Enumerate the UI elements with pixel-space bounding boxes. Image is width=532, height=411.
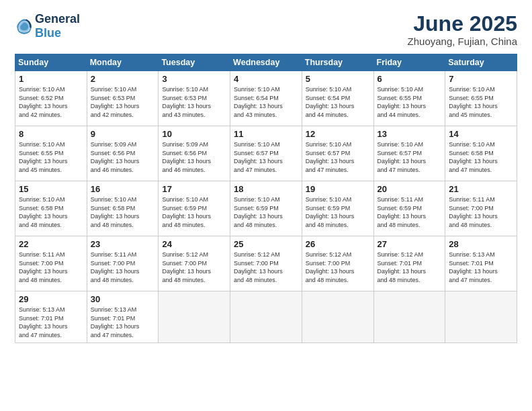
day-cell: 13 Sunrise: 5:10 AMSunset: 6:57 PMDaylig… (373, 126, 445, 181)
day-number: 4 (234, 74, 298, 84)
day-number: 1 (19, 74, 83, 84)
day-info: Sunrise: 5:10 AMSunset: 6:59 PMDaylight:… (306, 195, 370, 229)
day-cell: 22 Sunrise: 5:11 AMSunset: 7:00 PMDaylig… (15, 236, 87, 291)
day-info: Sunrise: 5:12 AMSunset: 7:00 PMDaylight:… (162, 250, 226, 284)
day-info: Sunrise: 5:10 AMSunset: 6:54 PMDaylight:… (306, 85, 370, 119)
day-cell: 28 Sunrise: 5:13 AMSunset: 7:01 PMDaylig… (445, 236, 517, 291)
page: General Blue June 2025 Zhuoyang, Fujian,… (0, 0, 532, 411)
month-title: June 2025 (408, 12, 517, 36)
day-number: 11 (234, 129, 298, 139)
day-cell: 3 Sunrise: 5:10 AMSunset: 6:53 PMDayligh… (159, 71, 230, 126)
day-cell: 7 Sunrise: 5:10 AMSunset: 6:55 PMDayligh… (445, 71, 517, 126)
calendar-row: 15 Sunrise: 5:10 AMSunset: 6:58 PMDaylig… (15, 181, 517, 236)
day-cell: 25 Sunrise: 5:12 AMSunset: 7:00 PMDaylig… (230, 236, 302, 291)
day-info: Sunrise: 5:10 AMSunset: 6:55 PMDaylight:… (19, 140, 83, 174)
col-monday: Monday (87, 54, 159, 71)
header: General Blue June 2025 Zhuoyang, Fujian,… (15, 12, 517, 47)
day-cell: 14 Sunrise: 5:10 AMSunset: 6:58 PMDaylig… (445, 126, 517, 181)
day-number: 20 (378, 184, 442, 194)
day-number: 29 (19, 294, 83, 304)
col-saturday: Saturday (445, 54, 517, 71)
day-cell: 23 Sunrise: 5:11 AMSunset: 7:00 PMDaylig… (87, 236, 159, 291)
day-info: Sunrise: 5:10 AMSunset: 6:54 PMDaylight:… (234, 85, 298, 119)
day-number: 28 (449, 239, 513, 249)
day-info: Sunrise: 5:09 AMSunset: 6:56 PMDaylight:… (162, 140, 226, 174)
empty-cell (159, 291, 230, 342)
subtitle: Zhuoyang, Fujian, China (408, 36, 517, 47)
calendar-row: 1 Sunrise: 5:10 AMSunset: 6:52 PMDayligh… (15, 71, 517, 126)
day-info: Sunrise: 5:10 AMSunset: 6:57 PMDaylight:… (306, 140, 370, 174)
day-number: 30 (91, 294, 155, 304)
day-cell: 10 Sunrise: 5:09 AMSunset: 6:56 PMDaylig… (159, 126, 230, 181)
col-friday: Friday (373, 54, 445, 71)
day-cell: 17 Sunrise: 5:10 AMSunset: 6:59 PMDaylig… (159, 181, 230, 236)
col-sunday: Sunday (15, 54, 87, 71)
day-number: 14 (449, 129, 513, 139)
day-cell: 4 Sunrise: 5:10 AMSunset: 6:54 PMDayligh… (230, 71, 302, 126)
day-cell: 9 Sunrise: 5:09 AMSunset: 6:56 PMDayligh… (87, 126, 159, 181)
day-cell: 18 Sunrise: 5:10 AMSunset: 6:59 PMDaylig… (230, 181, 302, 236)
day-info: Sunrise: 5:09 AMSunset: 6:56 PMDaylight:… (91, 140, 155, 174)
day-cell: 12 Sunrise: 5:10 AMSunset: 6:57 PMDaylig… (302, 126, 373, 181)
day-number: 19 (306, 184, 370, 194)
day-cell: 24 Sunrise: 5:12 AMSunset: 7:00 PMDaylig… (159, 236, 230, 291)
day-cell: 19 Sunrise: 5:10 AMSunset: 6:59 PMDaylig… (302, 181, 373, 236)
day-number: 7 (449, 74, 513, 84)
calendar-table: Sunday Monday Tuesday Wednesday Thursday… (15, 54, 517, 342)
empty-cell (230, 291, 302, 342)
day-number: 21 (449, 184, 513, 194)
empty-cell (445, 291, 517, 342)
empty-cell (373, 291, 445, 342)
day-info: Sunrise: 5:10 AMSunset: 6:53 PMDaylight:… (162, 85, 226, 119)
day-info: Sunrise: 5:10 AMSunset: 6:58 PMDaylight:… (19, 195, 83, 229)
day-info: Sunrise: 5:11 AMSunset: 7:00 PMDaylight:… (91, 250, 155, 284)
day-number: 9 (91, 129, 155, 139)
day-number: 10 (162, 129, 226, 139)
col-wednesday: Wednesday (230, 54, 302, 71)
day-number: 25 (234, 239, 298, 249)
day-info: Sunrise: 5:10 AMSunset: 6:59 PMDaylight:… (162, 195, 226, 229)
day-info: Sunrise: 5:13 AMSunset: 7:01 PMDaylight:… (91, 306, 155, 339)
day-number: 23 (91, 239, 155, 249)
day-cell: 15 Sunrise: 5:10 AMSunset: 6:58 PMDaylig… (15, 181, 87, 236)
day-cell: 16 Sunrise: 5:10 AMSunset: 6:58 PMDaylig… (87, 181, 159, 236)
day-info: Sunrise: 5:10 AMSunset: 6:58 PMDaylight:… (91, 195, 155, 229)
day-cell: 27 Sunrise: 5:12 AMSunset: 7:01 PMDaylig… (373, 236, 445, 291)
calendar-row: 8 Sunrise: 5:10 AMSunset: 6:55 PMDayligh… (15, 126, 517, 181)
day-info: Sunrise: 5:10 AMSunset: 6:55 PMDaylight:… (449, 85, 513, 119)
day-number: 24 (162, 239, 226, 249)
day-cell: 5 Sunrise: 5:10 AMSunset: 6:54 PMDayligh… (302, 71, 373, 126)
col-tuesday: Tuesday (159, 54, 230, 71)
day-cell: 29 Sunrise: 5:13 AMSunset: 7:01 PMDaylig… (15, 291, 87, 342)
day-info: Sunrise: 5:10 AMSunset: 6:58 PMDaylight:… (449, 140, 513, 174)
day-info: Sunrise: 5:11 AMSunset: 6:59 PMDaylight:… (378, 195, 442, 229)
day-info: Sunrise: 5:13 AMSunset: 7:01 PMDaylight:… (19, 306, 83, 339)
empty-cell (302, 291, 373, 342)
day-info: Sunrise: 5:10 AMSunset: 6:59 PMDaylight:… (234, 195, 298, 229)
day-info: Sunrise: 5:11 AMSunset: 7:00 PMDaylight:… (449, 195, 513, 229)
day-number: 27 (378, 239, 442, 249)
calendar-row: 22 Sunrise: 5:11 AMSunset: 7:00 PMDaylig… (15, 236, 517, 291)
title-block: June 2025 Zhuoyang, Fujian, China (408, 12, 517, 47)
day-info: Sunrise: 5:13 AMSunset: 7:01 PMDaylight:… (449, 250, 513, 284)
day-number: 6 (378, 74, 442, 84)
day-number: 26 (306, 239, 370, 249)
day-cell: 26 Sunrise: 5:12 AMSunset: 7:00 PMDaylig… (302, 236, 373, 291)
day-cell: 30 Sunrise: 5:13 AMSunset: 7:01 PMDaylig… (87, 291, 159, 342)
day-number: 18 (234, 184, 298, 194)
day-cell: 6 Sunrise: 5:10 AMSunset: 6:55 PMDayligh… (373, 71, 445, 126)
logo-icon (15, 17, 34, 36)
day-info: Sunrise: 5:10 AMSunset: 6:57 PMDaylight:… (378, 140, 442, 174)
day-number: 12 (306, 129, 370, 139)
day-cell: 20 Sunrise: 5:11 AMSunset: 6:59 PMDaylig… (373, 181, 445, 236)
day-number: 5 (306, 74, 370, 84)
day-info: Sunrise: 5:12 AMSunset: 7:01 PMDaylight:… (378, 250, 442, 284)
day-number: 15 (19, 184, 83, 194)
day-number: 13 (378, 129, 442, 139)
day-cell: 2 Sunrise: 5:10 AMSunset: 6:53 PMDayligh… (87, 71, 159, 126)
day-number: 22 (19, 239, 83, 249)
day-number: 3 (162, 74, 226, 84)
day-cell: 21 Sunrise: 5:11 AMSunset: 7:00 PMDaylig… (445, 181, 517, 236)
day-cell: 1 Sunrise: 5:10 AMSunset: 6:52 PMDayligh… (15, 71, 87, 126)
col-thursday: Thursday (302, 54, 373, 71)
